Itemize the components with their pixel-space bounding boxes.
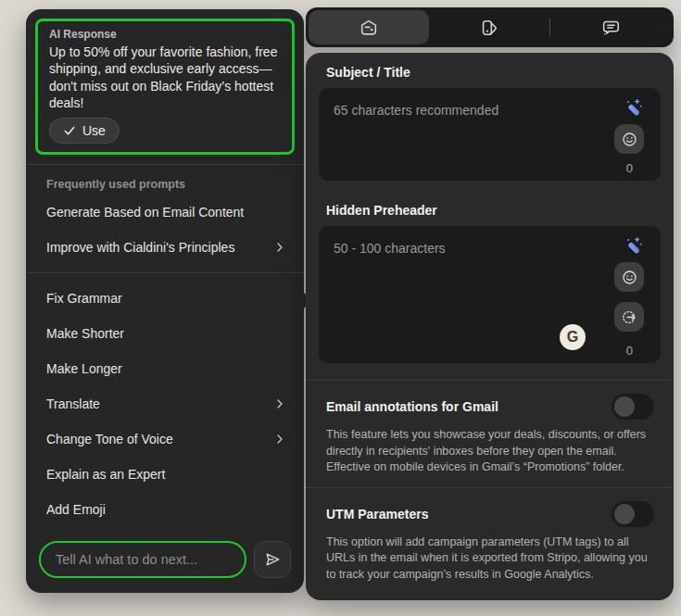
email-settings-card: Subject / Title 0 Hidden Preheader bbox=[306, 53, 674, 600]
menu-item-explain-as-an-expert[interactable]: Explain as an Expert bbox=[26, 457, 304, 492]
ai-wand-icon[interactable] bbox=[624, 97, 644, 118]
tab-comments[interactable] bbox=[550, 10, 671, 44]
subject-input[interactable] bbox=[319, 88, 661, 181]
check-icon bbox=[63, 124, 76, 137]
menu-item-translate[interactable]: Translate bbox=[26, 386, 304, 421]
toggle-knob bbox=[614, 504, 635, 524]
subject-char-counter: 0 bbox=[626, 161, 633, 175]
menu-item-label: Generate Based on Email Content bbox=[46, 205, 285, 220]
chevron-right-icon bbox=[274, 242, 285, 253]
menu-item-make-longer[interactable]: Make Longer bbox=[26, 351, 304, 386]
menu-item-label: Make Shorter bbox=[46, 326, 285, 341]
merge-tags-icon bbox=[621, 308, 638, 326]
send-icon bbox=[263, 550, 282, 569]
ai-response-label: AI Response bbox=[49, 28, 281, 41]
frequently-used-prompts-header: Frequently used prompts bbox=[46, 178, 284, 191]
merge-tags-button[interactable] bbox=[614, 302, 644, 332]
utm-parameters-row: UTM Parameters bbox=[306, 488, 674, 527]
utm-parameters-description: This option will add campaign parameters… bbox=[326, 534, 655, 584]
ai-assistant-panel: AI Response Up to 50% off your favorite … bbox=[26, 9, 304, 593]
menu-item-label: Change Tone of Voice bbox=[46, 432, 274, 446]
hidden-preheader-header: Hidden Preheader bbox=[326, 203, 653, 218]
ai-prompt-input-row bbox=[26, 541, 304, 593]
menu-item-make-shorter[interactable]: Make Shorter bbox=[26, 316, 304, 351]
tab-email-settings[interactable] bbox=[309, 10, 429, 44]
comments-icon bbox=[600, 18, 621, 38]
emoji-smile-icon bbox=[621, 269, 638, 286]
email-annotations-label: Email annotations for Gmail bbox=[326, 399, 498, 414]
preheader-input[interactable] bbox=[319, 226, 661, 363]
email-annotations-toggle[interactable] bbox=[612, 394, 654, 420]
menu-item-change-tone-of-voice[interactable]: Change Tone of Voice bbox=[26, 421, 304, 457]
tab-appearance[interactable] bbox=[429, 10, 549, 44]
ai-response-section: AI Response Up to 50% off your favorite … bbox=[26, 9, 304, 164]
email-annotations-description: This feature lets you showcase your deal… bbox=[326, 427, 655, 476]
emoji-picker-button[interactable] bbox=[614, 124, 644, 154]
menu-item-add-emoji[interactable]: Add Emoji bbox=[26, 492, 304, 527]
ai-response-box: AI Response Up to 50% off your favorite … bbox=[35, 19, 295, 155]
divider bbox=[26, 164, 304, 165]
toggle-knob bbox=[614, 396, 635, 417]
chevron-right-icon bbox=[274, 434, 285, 445]
menu-item-label: Add Emoji bbox=[46, 502, 285, 517]
grammarly-icon[interactable]: G bbox=[560, 324, 586, 350]
preheader-char-counter: 0 bbox=[626, 344, 633, 358]
preheader-field-box: G 0 bbox=[319, 226, 661, 363]
settings-tab-bar bbox=[306, 7, 674, 47]
ai-wand-icon[interactable] bbox=[624, 235, 644, 256]
menu-item-fix-grammar[interactable]: Fix Grammar bbox=[26, 281, 304, 316]
menu-item-label: Fix Grammar bbox=[46, 291, 285, 306]
utm-parameters-toggle[interactable] bbox=[612, 501, 654, 527]
use-button[interactable]: Use bbox=[49, 118, 120, 144]
menu-item-generate-based-on-email-content[interactable]: Generate Based on Email Content bbox=[26, 195, 304, 230]
ai-prompt-input[interactable] bbox=[39, 541, 246, 578]
utm-parameters-label: UTM Parameters bbox=[326, 507, 429, 522]
menu-item-label: Translate bbox=[46, 396, 274, 411]
subject-title-header: Subject / Title bbox=[326, 65, 653, 80]
email-annotations-row: Email annotations for Gmail bbox=[306, 381, 674, 420]
use-button-label: Use bbox=[82, 123, 106, 138]
menu-item-improve-with-cialdinis-principles[interactable]: Improve with Cialdini's Principles bbox=[26, 230, 304, 265]
appearance-swatch-icon bbox=[479, 18, 499, 38]
menu-item-label: Explain as an Expert bbox=[46, 467, 285, 482]
menu-item-label: Make Longer bbox=[46, 361, 285, 376]
chevron-right-icon bbox=[274, 398, 285, 409]
subject-field-box: 0 bbox=[319, 88, 661, 181]
emoji-picker-button[interactable] bbox=[614, 262, 644, 292]
email-settings-icon bbox=[359, 18, 379, 38]
divider bbox=[26, 272, 304, 273]
send-button[interactable] bbox=[254, 541, 291, 578]
ai-response-text: Up to 50% off your favorite fashion, fre… bbox=[49, 44, 281, 111]
emoji-smile-icon bbox=[621, 131, 638, 148]
menu-item-label: Improve with Cialdini's Principles bbox=[46, 240, 274, 255]
